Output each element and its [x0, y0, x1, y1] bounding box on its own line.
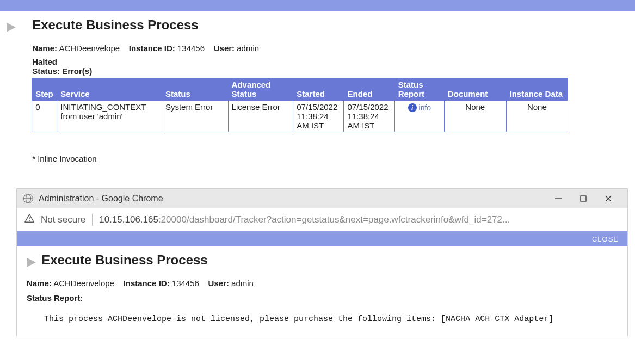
cell-document: None [444, 101, 506, 132]
cell-status-report: i info [394, 101, 444, 132]
col-ended: Ended [344, 78, 394, 101]
expand-collapse-icon[interactable]: ▶ [7, 21, 16, 33]
user-label: User: [214, 44, 235, 53]
col-instance-data: Instance Data [506, 78, 568, 101]
cell-status: System Error [162, 101, 228, 132]
status-report-info-link[interactable]: i info [408, 103, 431, 112]
col-service: Service [57, 78, 162, 101]
halted-text: Halted [32, 57, 576, 66]
name-label: Name: [32, 44, 57, 53]
content-column: Execute Business Process Name: ACHDeenve… [32, 17, 576, 168]
col-step: Step [32, 78, 57, 101]
halted-block: Halted Status: Error(s) [32, 57, 576, 76]
status-label: Status: [32, 66, 60, 76]
col-adv-status: Advanced Status [228, 78, 293, 101]
table-row: 0 INITIATING_CONTEXT from user 'admin' S… [32, 101, 568, 132]
header-line: Name: ACHDeenvelope Instance ID: 134456 … [32, 44, 576, 53]
cell-ended: 07/15/2022 11:38:24 AM IST [344, 101, 394, 132]
cell-adv-status: License Error [228, 101, 293, 132]
info-link-text: info [419, 103, 431, 112]
cell-instance-data: None [506, 101, 568, 132]
footnote: * Inline Invocation [32, 154, 576, 163]
instance-id-label: Instance ID: [129, 44, 175, 53]
instance-id-value: 134456 [177, 44, 205, 53]
top-accent-band [0, 0, 635, 11]
cell-step: 0 [32, 101, 57, 132]
cell-started: 07/15/2022 11:38:24 AM IST [293, 101, 344, 132]
status-value: Error(s) [62, 66, 92, 76]
info-icon: i [408, 103, 417, 112]
col-status: Status [162, 78, 228, 101]
col-started: Started [293, 78, 344, 101]
process-steps-table: Step Service Status Advanced Status Star… [32, 78, 568, 132]
table-header-row: Step Service Status Advanced Status Star… [32, 78, 568, 101]
user-value: admin [237, 44, 259, 53]
col-document: Document [444, 78, 506, 101]
page-title: Execute Business Process [32, 17, 576, 33]
col-status-report: Status Report [394, 78, 444, 101]
name-value: ACHDeenvelope [59, 44, 120, 53]
main-section: ▶ Execute Business Process Name: ACHDeen… [0, 11, 635, 168]
cell-service: INITIATING_CONTEXT from user 'admin' [57, 101, 162, 132]
